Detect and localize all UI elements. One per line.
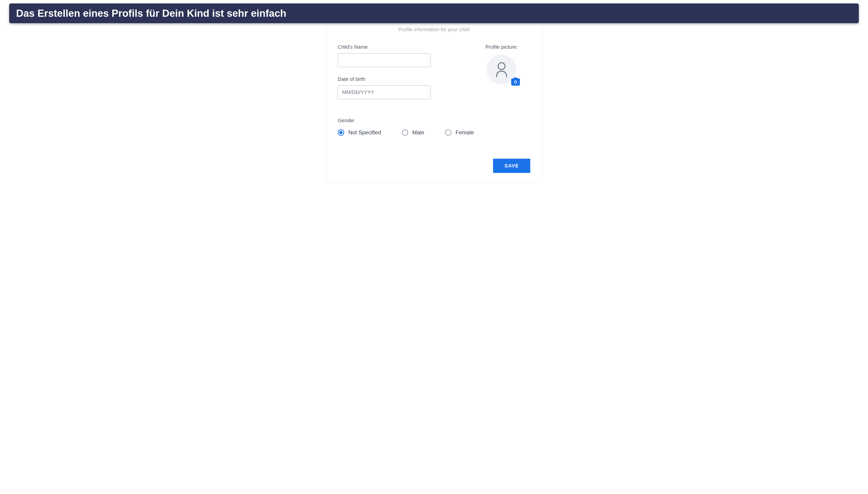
gender-radio-group: Not Specified Male Female [338, 129, 530, 136]
radio-not-specified[interactable]: Not Specified [338, 129, 381, 136]
form-right-column: Profile picture: [473, 44, 530, 108]
radio-female[interactable]: Female [445, 129, 474, 136]
child-name-input[interactable] [338, 53, 431, 67]
page-banner: Das Erstellen eines Profils für Dein Kin… [9, 3, 859, 23]
form-row: Child's Name Date of birth Profile pictu… [338, 44, 530, 108]
profile-picture-label: Profile picture: [473, 44, 530, 50]
child-name-group: Child's Name [338, 44, 454, 67]
dob-label: Date of birth [338, 76, 454, 82]
gender-section: Gender Not Specified Male Female [338, 118, 530, 136]
banner-title: Das Erstellen eines Profils für Dein Kin… [16, 7, 286, 19]
avatar-container[interactable] [487, 55, 516, 84]
radio-label-male: Male [412, 129, 424, 136]
radio-circle-icon [445, 129, 451, 136]
gender-label: Gender [338, 118, 530, 124]
save-row: SAVE [338, 159, 530, 173]
radio-label-female: Female [456, 129, 474, 136]
child-name-label: Child's Name [338, 44, 454, 50]
radio-dot-icon [339, 131, 343, 134]
radio-circle-icon [402, 129, 408, 136]
camera-icon [513, 80, 518, 84]
dob-group: Date of birth [338, 76, 454, 99]
person-icon [495, 61, 508, 78]
svg-point-1 [514, 81, 517, 83]
radio-male[interactable]: Male [402, 129, 424, 136]
radio-circle-icon [338, 129, 344, 136]
upload-photo-button[interactable] [511, 78, 520, 86]
svg-point-0 [498, 63, 505, 70]
form-subtitle: Profile information for your child [338, 27, 530, 33]
radio-label-not-specified: Not Specified [348, 129, 381, 136]
save-button[interactable]: SAVE [493, 159, 530, 173]
dob-input[interactable] [338, 86, 431, 99]
form-left-column: Child's Name Date of birth [338, 44, 454, 108]
profile-form-card: Profile information for your child Child… [326, 20, 542, 182]
